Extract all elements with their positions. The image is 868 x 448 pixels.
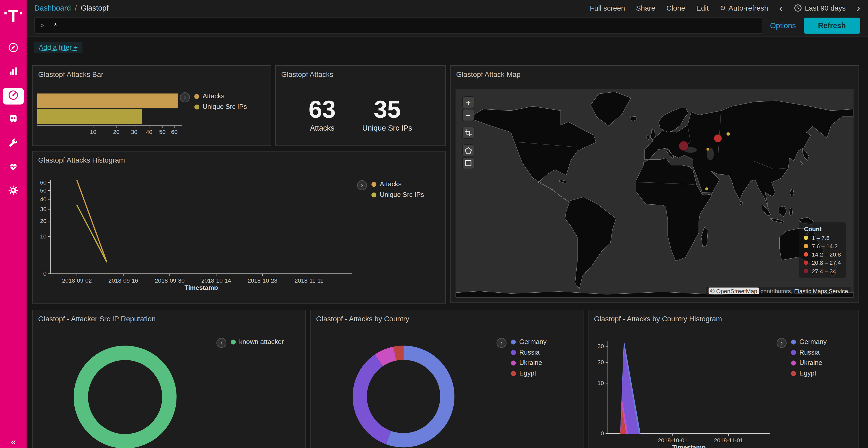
- sidebar-item-management[interactable]: [3, 183, 24, 200]
- sidebar-nav: [0, 36, 27, 200]
- map-fit-bounds-button[interactable]: [462, 127, 474, 139]
- legend-item-egypt[interactable]: Egypt: [511, 369, 547, 377]
- legend-item-germany[interactable]: Germany: [791, 338, 827, 346]
- legend-dot: [371, 182, 376, 186]
- country-donut-chart[interactable]: [351, 345, 456, 448]
- legend-toggle[interactable]: ›: [357, 180, 367, 191]
- svg-text:40: 40: [40, 196, 46, 203]
- map-count-legend: Count 1 – 7.6 7.6 – 14.2 14.2 – 20.8 20.…: [799, 222, 846, 277]
- metric-label: Attacks: [309, 124, 336, 132]
- top-header: Dashboard / Glastopf Full screen Share C…: [27, 0, 868, 37]
- world-map: [456, 89, 854, 298]
- legend-item-attacks[interactable]: Attacks: [194, 92, 247, 100]
- legend-dot: [791, 360, 796, 365]
- mask-icon: [8, 113, 19, 127]
- filter-bar: Add a filter +: [34, 42, 82, 52]
- legend-dot: [804, 236, 808, 240]
- legend-dot: [511, 371, 516, 376]
- legend-dot: [371, 192, 376, 197]
- svg-text:Timestamp: Timestamp: [184, 284, 218, 290]
- legend-dot: [804, 261, 808, 265]
- legend-item-ukraine[interactable]: Ukraine: [791, 359, 827, 367]
- refresh-button[interactable]: Refresh: [804, 17, 860, 33]
- dashboard-gauge-icon: [8, 90, 19, 103]
- svg-text:0: 0: [601, 430, 604, 437]
- full-screen-button[interactable]: Full screen: [590, 4, 625, 12]
- legend-dot: [511, 360, 516, 365]
- svg-text:50: 50: [159, 129, 165, 135]
- map-zoom-in-button[interactable]: +: [462, 96, 474, 108]
- legend-item-russia[interactable]: Russia: [791, 348, 827, 356]
- sidebar-item-timelion[interactable]: [3, 112, 24, 128]
- edit-button[interactable]: Edit: [696, 4, 709, 12]
- svg-text:10: 10: [40, 233, 46, 240]
- compass-icon: [8, 42, 19, 55]
- metric-label: Unique Src IPs: [362, 124, 412, 132]
- map-draw-rectangle-button[interactable]: [462, 157, 474, 169]
- query-options-link[interactable]: Options: [770, 21, 796, 29]
- legend-item-known-attacker[interactable]: known attacker: [231, 338, 284, 346]
- svg-text:2018-10-28: 2018-10-28: [248, 277, 277, 284]
- attack-map[interactable]: + − Count 1 – 7.6: [456, 89, 854, 298]
- legend-toggle[interactable]: ›: [777, 338, 786, 348]
- panel-title: Glastopf - Attacker Src IP Reputation: [33, 310, 305, 327]
- svg-text:30: 30: [40, 206, 46, 212]
- breadcrumb-separator: /: [75, 4, 77, 12]
- attacks-bar-chart[interactable]: 102030405060: [37, 94, 183, 140]
- telekom-logo[interactable]: T: [0, 0, 27, 32]
- svg-text:20: 20: [40, 218, 46, 224]
- breadcrumb-dashboard-link[interactable]: Dashboard: [34, 4, 71, 12]
- time-picker-button[interactable]: Last 90 days: [794, 4, 846, 12]
- metric-value: 35: [362, 96, 412, 123]
- sidebar-item-devtools[interactable]: [3, 136, 24, 152]
- legend-dot: [791, 339, 796, 344]
- reputation-donut-chart[interactable]: [72, 345, 178, 448]
- search-input[interactable]: >_ *: [34, 17, 762, 34]
- share-button[interactable]: Share: [636, 4, 655, 12]
- met ric-value: 63: [309, 96, 336, 123]
- sidebar-item-monitoring[interactable]: [3, 159, 24, 176]
- legend-item-unique-src-ips[interactable]: Unique Src IPs: [371, 191, 424, 199]
- time-forward-chevron[interactable]: ›: [857, 3, 860, 13]
- legend-item-egypt[interactable]: Egypt: [791, 369, 827, 377]
- legend-toggle[interactable]: ›: [497, 338, 506, 348]
- time-back-chevron[interactable]: ‹: [779, 3, 783, 13]
- legend-item-russia[interactable]: Russia: [511, 348, 547, 356]
- country-histogram-chart[interactable]: 01020302018-10-012018-11-01Timestamp: [593, 338, 774, 448]
- svg-text:60: 60: [40, 179, 46, 186]
- terminal-prompt-icon: >_: [40, 22, 48, 29]
- bar-chart-icon: [8, 66, 19, 79]
- legend-item-germany[interactable]: Germany: [511, 338, 547, 346]
- attacks-histogram-chart[interactable]: 01020304050602018-09-022018-09-162018-09…: [36, 178, 356, 290]
- map-legend-title: Count: [804, 226, 841, 232]
- logo-square-left: [4, 12, 7, 14]
- svg-text:2018-09-02: 2018-09-02: [62, 277, 92, 284]
- panel-country-histogram: Glastopf - Attacks by Country Histogram …: [588, 310, 859, 448]
- svg-text:10: 10: [597, 380, 604, 386]
- sidebar-item-dashboard[interactable]: [3, 88, 24, 105]
- panel-attacks-metric: Glastopf Attacks 63 Attacks 35 Unique Sr…: [275, 65, 445, 146]
- add-filter-link[interactable]: Add a filter +: [34, 42, 82, 53]
- sidebar-collapse-icon[interactable]: «: [0, 437, 27, 447]
- svg-text:Timestamp: Timestamp: [672, 444, 706, 448]
- legend-item-unique-src-ips[interactable]: Unique Src IPs: [194, 103, 247, 111]
- legend-item-attacks[interactable]: Attacks: [371, 180, 424, 188]
- sidebar-item-discover[interactable]: [3, 40, 24, 57]
- svg-text:60: 60: [171, 129, 178, 135]
- legend-toggle[interactable]: ›: [180, 92, 190, 102]
- panel-attacks-bar: Glastopf Attacks Bar 102030405060 › Atta…: [32, 65, 271, 146]
- sidebar-item-visualize[interactable]: [3, 64, 24, 81]
- map-draw-polygon-button[interactable]: [462, 144, 474, 157]
- osm-attribution-link[interactable]: © OpenStreetMap: [709, 287, 759, 294]
- auto-refresh-button[interactable]: ↻ Auto-refresh: [720, 4, 768, 12]
- kibana-dashboard-page: T: [0, 0, 868, 448]
- clock-icon: [794, 4, 802, 12]
- svg-text:40: 40: [146, 129, 152, 135]
- legend-dot: [791, 371, 796, 376]
- map-attribution: © OpenStreetMap contributors, Elastic Ma…: [706, 287, 851, 295]
- legend-item-ukraine[interactable]: Ukraine: [511, 359, 547, 367]
- legend-toggle[interactable]: ›: [216, 338, 226, 348]
- sidebar: T: [0, 0, 27, 448]
- clone-button[interactable]: Clone: [666, 4, 685, 12]
- map-zoom-out-button[interactable]: −: [462, 109, 474, 121]
